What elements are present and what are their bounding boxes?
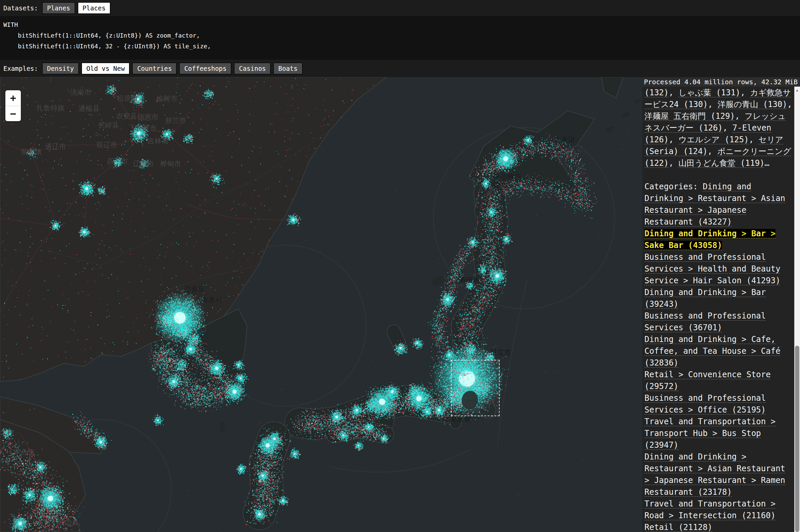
query-line-1: WITH (0, 19, 800, 30)
example-button-coffeeshops[interactable]: Coffeeshops (179, 62, 232, 75)
category-link[interactable]: Travel and Transportation > Transport Hu… (644, 417, 776, 450)
category-link[interactable]: Travel and Transportation > Road > Inter… (644, 499, 776, 520)
category-link[interactable]: Business and Professional Services > Off… (644, 393, 766, 415)
category-link-highlighted[interactable]: Dining and Drinking > Bar > Sake Bar (43… (644, 229, 776, 250)
query-line-3: bitShiftLeft(1::UInt64, 32 - {z:UInt8}) … (0, 41, 800, 52)
map[interactable]: 洮南市松原市榆树市扎鲁特旗通榆县农安县德惠市舒兰市长岭县长春市吉林省双辽市通辽市… (0, 77, 642, 532)
example-button-casinos[interactable]: Casinos (234, 62, 271, 75)
status-bar: Processed 4.04 million rows, 42.32 MiB (642, 77, 800, 87)
map-zoom-control: + − (5, 90, 21, 121)
status-text: Processed 4.04 million rows, 42.32 MiB (644, 78, 798, 86)
category-link[interactable]: Dining and Drinking > Bar (39243) (644, 288, 766, 309)
dataset-button-planes[interactable]: Planes (42, 2, 75, 14)
example-button-density[interactable]: Density (42, 62, 79, 75)
category-link[interactable]: Dining and Drinking > Cafe, Coffee, and … (644, 335, 781, 367)
scroll-up-arrow-icon[interactable]: ▲ (794, 87, 800, 93)
map-canvas[interactable] (0, 77, 642, 532)
query-editor[interactable]: WITH bitShiftLeft(1::UInt64, {z:UInt8}) … (0, 16, 800, 60)
categories-label: Categories: (644, 182, 703, 191)
example-button-countries[interactable]: Countries (132, 62, 177, 75)
datasets-label: Datasets: (3, 4, 38, 12)
brand-link[interactable]: しゃぶ葉 (131) (678, 88, 740, 97)
results-text[interactable]: (132), しゃぶ葉 (131), カギ救急サービス24 (130), 洋服の… (644, 87, 792, 532)
dataset-button-places[interactable]: Places (78, 2, 111, 14)
brand-link[interactable]: 洋服の青山 (130) (718, 100, 787, 109)
example-button-boats[interactable]: Boats (273, 62, 303, 75)
category-link[interactable]: Dining and Drinking > Restaurant > Asian… (644, 452, 785, 497)
zoom-out-button[interactable]: − (5, 106, 21, 121)
brand-link[interactable]: 山田うどん食堂 (119) (678, 158, 764, 168)
brand-link[interactable]: (132) (644, 88, 669, 97)
category-link[interactable]: Retail > Convenience Store (29572) (644, 370, 771, 391)
brand-link[interactable]: 洋麺屋 五右衛門 (129) (644, 111, 735, 121)
examples-label: Examples: (3, 65, 38, 72)
datasets-bar: Datasets: PlanesPlaces (0, 0, 800, 16)
brand-link[interactable]: ウエルシア (125) (678, 135, 749, 144)
brands-paragraph: (132), しゃぶ葉 (131), カギ救急サービス24 (130), 洋服の… (644, 87, 792, 169)
map-selection-rectangle[interactable] (451, 360, 499, 416)
query-line-2: bitShiftLeft(1::UInt64, {z:UInt8}) AS zo… (0, 30, 800, 41)
categories-list: Categories: Dining and Drinking > Restau… (644, 181, 792, 532)
example-button-old-vs-new[interactable]: Old vs New (81, 62, 130, 75)
panel-scrollbar[interactable]: ▲ (794, 87, 800, 532)
examples-bar: Examples: DensityOld vs NewCountriesCoff… (0, 60, 800, 77)
scrollbar-thumb[interactable] (795, 346, 799, 532)
dataset-buttons: PlanesPlaces (42, 2, 113, 14)
category-link[interactable]: Business and Professional Services (3670… (644, 311, 766, 332)
example-buttons: DensityOld vs NewCountriesCoffeeshopsCas… (42, 62, 305, 75)
category-link[interactable]: Retail (21128) (644, 522, 712, 532)
results-panel-body: (132), しゃぶ葉 (131), カギ救急サービス24 (130), 洋服の… (642, 87, 800, 532)
results-panel: Processed 4.04 million rows, 42.32 MiB (… (642, 77, 800, 532)
category-link[interactable]: Business and Professional Services > Hea… (644, 252, 781, 285)
zoom-in-button[interactable]: + (5, 90, 21, 106)
